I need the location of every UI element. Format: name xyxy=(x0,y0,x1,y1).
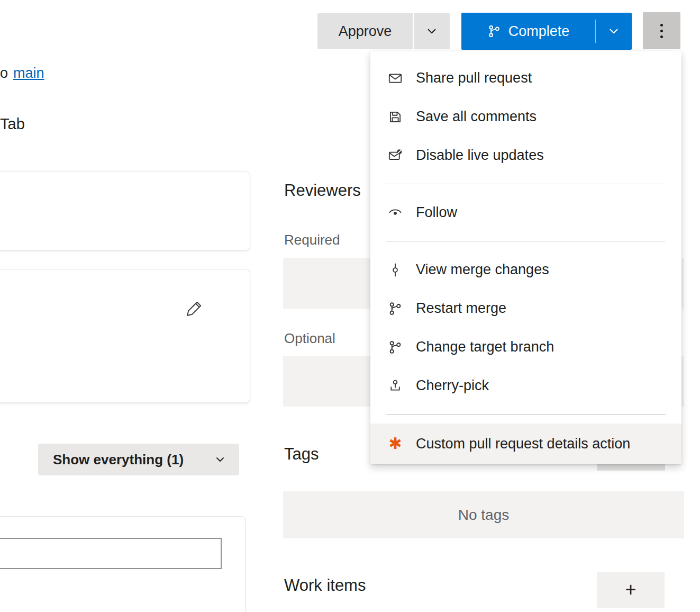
cherry-pick-icon xyxy=(387,378,403,394)
description-card xyxy=(0,172,250,250)
menu-item-change-target-branch[interactable]: Change target branch xyxy=(370,328,681,366)
more-actions-menu: Share pull request Save all comments Dis… xyxy=(370,51,681,464)
menu-item-label: Save all comments xyxy=(416,109,537,125)
menu-item-label: Cherry-pick xyxy=(416,377,489,394)
chevron-down-icon xyxy=(214,453,226,466)
approve-button[interactable]: Approve xyxy=(317,13,413,49)
details-card xyxy=(0,269,250,403)
menu-item-label: View merge changes xyxy=(416,262,549,278)
menu-divider xyxy=(386,184,666,184)
show-everything-label: Show everything (1) xyxy=(53,452,184,468)
more-actions-button[interactable] xyxy=(643,12,680,49)
optional-reviewers-label: Optional xyxy=(284,330,335,347)
complete-split-button: Complete xyxy=(461,13,632,50)
complete-button-label: Complete xyxy=(508,23,570,40)
show-everything-dropdown[interactable]: Show everything (1) xyxy=(38,444,239,475)
menu-item-label: Change target branch xyxy=(416,339,554,355)
chevron-down-icon xyxy=(425,24,439,38)
menu-item-custom-pull-request-details-action[interactable]: ✱ Custom pull request details action xyxy=(370,424,681,464)
add-work-item-button[interactable]: + xyxy=(597,572,665,608)
branch-icon xyxy=(387,301,403,317)
target-branch-line: omain xyxy=(0,65,44,82)
approve-options-button[interactable] xyxy=(414,13,450,49)
no-tags-label: No tags xyxy=(458,507,510,524)
tab-label: Tab xyxy=(0,115,25,133)
menu-divider xyxy=(386,414,666,415)
branch-icon xyxy=(387,339,403,355)
complete-options-button[interactable] xyxy=(596,13,632,50)
plus-icon: + xyxy=(625,579,636,601)
menu-item-save-all-comments[interactable]: Save all comments xyxy=(370,97,681,136)
menu-item-restart-merge[interactable]: Restart merge xyxy=(370,289,681,328)
follow-eye-icon xyxy=(387,205,403,221)
no-tags-box: No tags xyxy=(283,491,684,538)
branch-link[interactable]: main xyxy=(13,65,44,81)
approve-button-label: Approve xyxy=(339,23,392,40)
chevron-down-icon xyxy=(607,24,621,38)
menu-item-label: Share pull request xyxy=(416,70,532,86)
menu-divider xyxy=(386,241,666,241)
tags-title: Tags xyxy=(284,445,319,464)
menu-item-cherry-pick[interactable]: Cherry-pick xyxy=(370,366,681,405)
menu-item-label: Follow xyxy=(416,204,457,221)
comment-input[interactable] xyxy=(0,538,222,569)
menu-item-disable-live-updates[interactable]: Disable live updates xyxy=(370,136,681,175)
menu-item-share-pull-request[interactable]: Share pull request xyxy=(370,59,681,97)
mail-paused-icon xyxy=(387,148,403,164)
edit-button[interactable] xyxy=(181,296,207,323)
reviewers-title: Reviewers xyxy=(284,181,361,200)
required-reviewers-label: Required xyxy=(284,232,340,248)
menu-item-view-merge-changes[interactable]: View merge changes xyxy=(370,250,681,289)
pencil-icon xyxy=(185,300,203,320)
menu-item-label: Restart merge xyxy=(416,300,506,317)
menu-item-follow[interactable]: Follow xyxy=(370,193,681,232)
asterisk-icon: ✱ xyxy=(387,436,403,452)
menu-item-label: Custom pull request details action xyxy=(416,436,630,452)
mail-icon xyxy=(387,70,403,86)
work-items-title: Work items xyxy=(284,576,366,595)
branch-icon xyxy=(487,24,501,38)
complete-button[interactable]: Complete xyxy=(461,13,595,50)
commit-icon xyxy=(387,262,403,278)
branch-prefix: o xyxy=(0,65,8,81)
save-icon xyxy=(387,109,403,125)
menu-item-label: Disable live updates xyxy=(416,147,544,164)
kebab-icon xyxy=(660,24,663,26)
